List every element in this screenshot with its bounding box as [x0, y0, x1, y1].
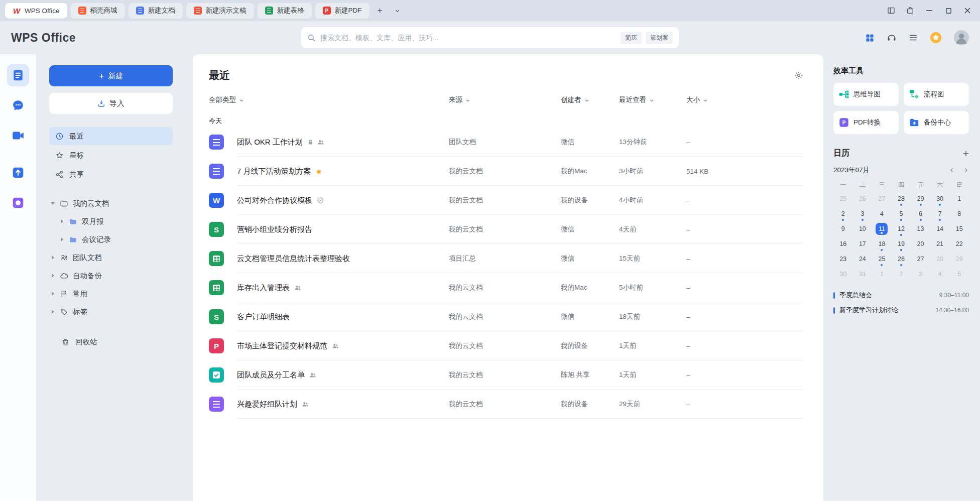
- sidebar-item[interactable]: 共享: [49, 165, 173, 183]
- tool-mindmap[interactable]: 思维导图: [833, 83, 899, 106]
- calendar-day[interactable]: 19: [892, 237, 911, 250]
- file-row[interactable]: S客户订单明细表我的云文档微信18天前–: [209, 302, 803, 331]
- search-bar[interactable]: 简历 策划案: [301, 27, 679, 48]
- calendar-day[interactable]: 14: [930, 222, 950, 235]
- tree-item[interactable]: 会议记录: [49, 230, 173, 248]
- caret-right-icon[interactable]: [59, 237, 64, 241]
- file-row[interactable]: 7 月线下活动策划方案★我的云文档我的Mac3小时前514 KB: [209, 157, 803, 186]
- tree-item[interactable]: 我的云文档: [49, 194, 173, 212]
- calendar-day[interactable]: 6: [911, 207, 930, 220]
- tree-item[interactable]: 常用: [49, 285, 173, 303]
- tab[interactable]: P新建PDF: [315, 3, 370, 19]
- calendar-day[interactable]: 28: [892, 192, 911, 205]
- calendar-day[interactable]: 7: [930, 207, 950, 220]
- calendar-day[interactable]: 16: [833, 237, 853, 250]
- calendar-day[interactable]: 26: [853, 192, 873, 205]
- tree-item[interactable]: 团队文档: [49, 248, 173, 267]
- tool-backup-center[interactable]: 备份中心: [904, 111, 969, 134]
- caret-down-icon[interactable]: [50, 202, 55, 205]
- tab[interactable]: WWPS Office: [5, 3, 67, 19]
- file-row[interactable]: 云文档管理员信息统计表整理验收项目汇总微信15天前–: [209, 244, 803, 273]
- calendar-day[interactable]: 17: [853, 237, 873, 250]
- calendar-day[interactable]: 1: [949, 192, 969, 205]
- tree-item[interactable]: 双月报: [49, 212, 173, 230]
- file-row[interactable]: 团队 OKR 工作计划团队文档微信13分钟前–: [209, 128, 803, 157]
- tree-item[interactable]: 标签: [49, 303, 173, 321]
- sidebar-item[interactable]: 最近: [49, 127, 173, 145]
- calendar-day[interactable]: 22: [949, 237, 969, 250]
- calendar-day[interactable]: 2: [833, 207, 853, 220]
- new-document-button[interactable]: + 新建: [49, 65, 173, 86]
- support-icon[interactable]: [887, 33, 897, 43]
- calendar-day[interactable]: 23: [833, 252, 853, 266]
- sidebar-item[interactable]: 星标: [49, 146, 173, 164]
- calendar-day[interactable]: 18: [872, 237, 892, 250]
- file-row[interactable]: W公司对外合作协议模板我的云文档我的设备4小时前–: [209, 186, 803, 215]
- calendar-event[interactable]: 季度总结会9:30–11:00: [833, 289, 969, 302]
- calendar-day[interactable]: 30: [833, 267, 853, 281]
- rail-item-chat-icon[interactable]: [7, 94, 29, 116]
- filter-button[interactable]: 最近查看: [619, 95, 654, 104]
- calendar-event[interactable]: 新季度学习计划讨论14:30–16:00: [833, 304, 969, 317]
- tab[interactable]: 新建文档: [129, 3, 183, 19]
- maximize-button[interactable]: [939, 0, 958, 21]
- caret-right-icon[interactable]: [50, 256, 55, 260]
- add-event-button[interactable]: +: [963, 148, 969, 159]
- tool-flowchart[interactable]: 流程图: [904, 83, 969, 106]
- caret-right-icon[interactable]: [59, 219, 64, 223]
- calendar-next-icon[interactable]: [963, 167, 969, 173]
- calendar-day[interactable]: 31: [853, 267, 873, 281]
- rail-item-docs-icon[interactable]: [7, 64, 29, 86]
- search-tag[interactable]: 简历: [621, 32, 642, 44]
- rail-item-transfer-icon[interactable]: [7, 162, 29, 184]
- minimize-button[interactable]: [920, 0, 939, 21]
- calendar-day[interactable]: 20: [911, 237, 930, 250]
- rail-item-meeting-icon[interactable]: [7, 124, 29, 147]
- calendar-day[interactable]: 9: [833, 222, 853, 235]
- calendar-prev-icon[interactable]: [949, 167, 955, 173]
- caret-right-icon[interactable]: [50, 292, 55, 296]
- filter-button[interactable]: 创建者: [561, 95, 589, 104]
- calendar-day[interactable]: 12: [892, 222, 911, 235]
- avatar[interactable]: [954, 30, 969, 45]
- file-row[interactable]: 兴趣爱好组队计划我的云文档我的设备29天前–: [209, 390, 803, 419]
- sidebar-item-trash[interactable]: 回收站: [49, 333, 173, 351]
- file-row[interactable]: P市场主体登记提交材料规范我的云文档我的设备1天前–: [209, 331, 803, 360]
- calendar-day[interactable]: 25: [833, 192, 853, 205]
- calendar-day[interactable]: 27: [872, 192, 892, 205]
- tab-list-chevron-icon[interactable]: [391, 4, 405, 18]
- calendar-day[interactable]: 5: [892, 207, 911, 220]
- file-row[interactable]: 团队成员及分工名单我的云文档陈旭 共享1天前–: [209, 360, 803, 390]
- calendar-day[interactable]: 8: [949, 207, 969, 220]
- calendar-day[interactable]: 28: [930, 252, 950, 266]
- close-button[interactable]: [958, 0, 977, 21]
- search-tag[interactable]: 策划案: [646, 32, 673, 44]
- filter-button[interactable]: 大小: [686, 95, 708, 104]
- calendar-day[interactable]: 24: [853, 252, 873, 266]
- calendar-day[interactable]: 11: [872, 222, 892, 235]
- calendar-day[interactable]: 3: [911, 267, 930, 281]
- file-row[interactable]: S营销小组业绩分析报告我的云文档微信4天前–: [209, 215, 803, 244]
- calendar-day[interactable]: 29: [911, 192, 930, 205]
- tool-pdf-convert[interactable]: PPDF转换: [833, 111, 899, 134]
- file-row[interactable]: 库存出入管理表我的云文档我的Mac5小时前–: [209, 273, 803, 302]
- tab[interactable]: 新建表格: [258, 3, 312, 19]
- caret-right-icon[interactable]: [50, 274, 55, 278]
- calendar-day[interactable]: 5: [949, 267, 969, 281]
- calendar-day[interactable]: 3: [853, 207, 873, 220]
- calendar-day[interactable]: 30: [930, 192, 950, 205]
- new-tab-button[interactable]: +: [373, 4, 387, 18]
- calendar-day[interactable]: 21: [930, 237, 950, 250]
- filter-button[interactable]: 来源: [449, 95, 470, 104]
- calendar-day[interactable]: 27: [911, 252, 930, 266]
- calendar-day[interactable]: 4: [872, 207, 892, 220]
- settings-gear-icon[interactable]: [794, 71, 803, 80]
- calendar-day[interactable]: 29: [949, 252, 969, 266]
- menu-icon[interactable]: [909, 33, 918, 42]
- workspace-button[interactable]: [901, 0, 920, 21]
- apps-grid-icon[interactable]: [865, 33, 875, 43]
- member-icon[interactable]: [930, 32, 942, 44]
- tree-item[interactable]: 自动备份: [49, 267, 173, 285]
- tab[interactable]: 稻壳商城: [71, 3, 125, 19]
- calendar-day[interactable]: 1: [872, 267, 892, 281]
